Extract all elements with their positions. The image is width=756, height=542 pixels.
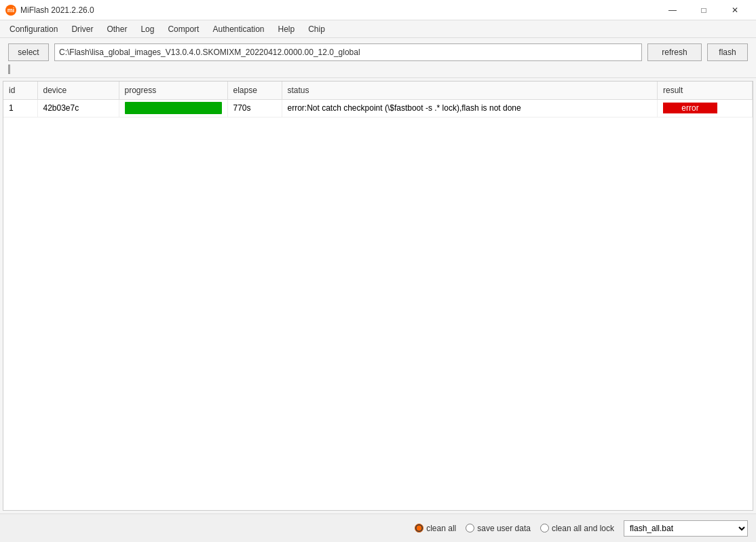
- menu-item-driver[interactable]: Driver: [64, 22, 100, 37]
- menu-item-chip[interactable]: Chip: [301, 22, 332, 37]
- cell-status: error:Not catch checkpoint (\$fastboot -…: [282, 99, 658, 117]
- clean-all-label: clean all: [426, 524, 456, 533]
- minimize-button[interactable]: —: [657, 0, 688, 20]
- col-header-id: id: [3, 82, 37, 99]
- select-button[interactable]: select: [8, 43, 49, 61]
- col-header-progress: progress: [119, 82, 227, 99]
- cell-id: 1: [3, 99, 37, 117]
- cell-device: 42b03e7c: [37, 99, 119, 117]
- window-controls: — □ ✕: [657, 0, 751, 20]
- app-logo: mi: [5, 5, 16, 16]
- clean-all-lock-label: clean all and lock: [552, 524, 614, 533]
- flash-button[interactable]: flash: [707, 43, 748, 61]
- title-bar: mi MiFlash 2021.2.26.0 — □ ✕: [0, 0, 756, 20]
- device-table: id device progress elapse status result …: [3, 82, 753, 118]
- toolbar-row: select refresh flash: [8, 43, 748, 61]
- title-bar-left: mi MiFlash 2021.2.26.0: [5, 5, 94, 16]
- clean-all-radio-group[interactable]: clean all: [415, 524, 456, 533]
- main-content: id device progress elapse status result …: [0, 78, 756, 513]
- menu-item-configuration[interactable]: Configuration: [3, 22, 64, 37]
- menu-item-other[interactable]: Other: [100, 22, 134, 37]
- menu-item-help[interactable]: Help: [271, 22, 302, 37]
- save-user-data-label: save user data: [477, 524, 531, 533]
- flash-script-select[interactable]: flash_all.batflash_all_except_storage.ba…: [624, 520, 748, 537]
- maximize-button[interactable]: □: [688, 0, 719, 20]
- bottom-bar: clean all save user data clean all and l…: [0, 513, 756, 542]
- clean-all-radio[interactable]: [415, 524, 423, 532]
- device-table-container: id device progress elapse status result …: [3, 81, 753, 511]
- refresh-button[interactable]: refresh: [647, 43, 702, 61]
- clean-all-lock-radio[interactable]: [540, 524, 549, 532]
- menu-bar: ConfigurationDriverOtherLogComportAuthen…: [0, 20, 756, 38]
- cell-elapse: 770s: [227, 99, 282, 117]
- cell-result: error: [658, 99, 753, 117]
- table-row[interactable]: 142b03e7c770serror:Not catch checkpoint …: [3, 99, 753, 117]
- menu-item-authentication[interactable]: Authentication: [206, 22, 271, 37]
- path-input[interactable]: [54, 43, 642, 61]
- save-user-data-radio-group[interactable]: save user data: [466, 524, 531, 533]
- cell-progress: [119, 99, 227, 117]
- close-button[interactable]: ✕: [719, 0, 751, 20]
- clean-all-lock-radio-group[interactable]: clean all and lock: [540, 524, 614, 533]
- splitter-handle[interactable]: [8, 65, 10, 74]
- col-header-status: status: [282, 82, 658, 99]
- save-user-data-radio[interactable]: [466, 524, 474, 532]
- table-header-row: id device progress elapse status result: [3, 82, 753, 99]
- error-badge: error: [663, 103, 717, 113]
- menu-item-log[interactable]: Log: [134, 22, 161, 37]
- col-header-elapse: elapse: [227, 82, 282, 99]
- toolbar: select refresh flash: [0, 38, 756, 78]
- menu-item-comport[interactable]: Comport: [161, 22, 206, 37]
- col-header-result: result: [658, 82, 753, 99]
- app-title: MiFlash 2021.2.26.0: [20, 5, 94, 15]
- col-header-device: device: [37, 82, 119, 99]
